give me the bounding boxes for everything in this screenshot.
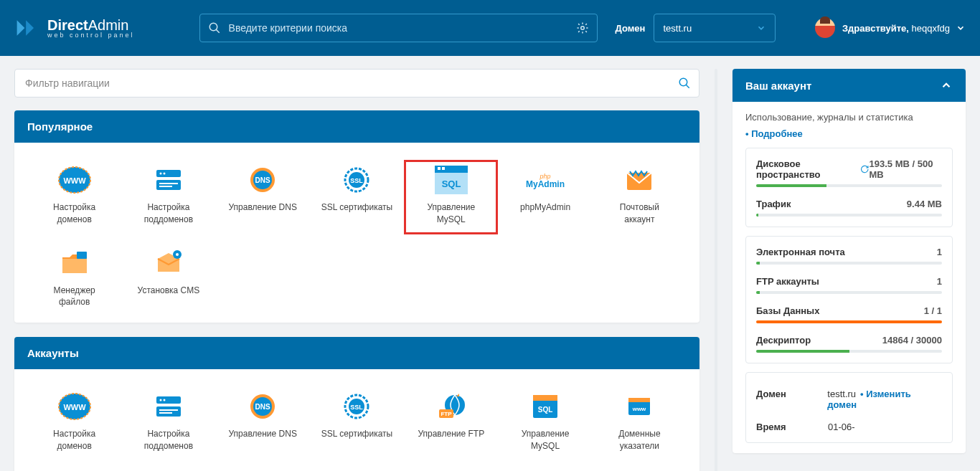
search-wrap: [199, 14, 598, 42]
tile-label: Управление FTP: [407, 428, 495, 440]
svg-text:www: www: [632, 406, 646, 412]
dns-icon: DNS: [219, 392, 307, 421]
tile-sql2[interactable]: SQLУправлениеMySQL: [498, 386, 592, 461]
info-box: Доменtestt.ru• Изменить домен Время01-06…: [745, 372, 953, 443]
svg-text:SQL: SQL: [538, 406, 553, 414]
tile-cms[interactable]: Установка CMS: [121, 243, 215, 318]
tile-label: phpMyAdmin: [501, 201, 589, 214]
brand-sub: web control panel: [47, 32, 135, 39]
greeting-bold: Здравствуйте,: [842, 23, 909, 34]
search-icon: [678, 77, 691, 90]
filter-wrap: [14, 69, 699, 97]
domain-label: Домен: [616, 23, 646, 34]
svg-rect-54: [628, 398, 650, 402]
sql-icon: SQL: [407, 166, 495, 194]
ftp-icon: FTP: [407, 392, 495, 421]
tile-label: Управление DNS: [219, 201, 307, 214]
svg-text:SSL: SSL: [351, 404, 364, 411]
tile-label: УправлениеMySQL: [407, 201, 495, 226]
tile-sub[interactable]: Настройкаподдоменов: [121, 386, 215, 461]
more-link[interactable]: • Подробнее: [745, 128, 803, 139]
usage-box-2: Электронная почта1 FTP аккаунты1 Базы Да…: [745, 236, 953, 363]
tile-label: Настройкадоменов: [30, 201, 118, 226]
tile-pma[interactable]: phpMyAdminphpMyAdmin: [498, 160, 592, 234]
tile-label: УправлениеMySQL: [501, 428, 589, 452]
account-title: Ваш аккаунт: [745, 80, 811, 92]
files-icon: [30, 249, 118, 277]
domain-select[interactable]: testt.ru: [654, 14, 776, 42]
tile-www[interactable]: WWWНастройкадоменов: [27, 160, 121, 234]
account-head[interactable]: Ваш аккаунт: [732, 69, 966, 102]
tile-ptr[interactable]: wwwДоменныеуказатели: [593, 386, 687, 461]
logo-icon: [14, 15, 40, 41]
www-icon: WWW: [30, 166, 118, 194]
usage-traffic: Трафик9.44 MB: [756, 199, 942, 217]
svg-rect-28: [62, 259, 87, 273]
svg-rect-51: [533, 395, 557, 401]
tile-files[interactable]: Менеджерфайлов: [27, 243, 121, 318]
svg-text:DNS: DNS: [255, 403, 270, 411]
svg-text:SQL: SQL: [441, 179, 461, 189]
pma-icon: phpMyAdmin: [501, 166, 589, 194]
gear-icon[interactable]: [576, 22, 589, 34]
tile-ssl[interactable]: SSLSSL сертификаты: [310, 160, 404, 234]
header: DirectAdmin web control panel Домен test…: [0, 0, 980, 56]
sub-icon: [124, 166, 212, 194]
svg-point-10: [159, 173, 161, 175]
tile-label: Менеджерфайлов: [30, 285, 118, 309]
scrollbar[interactable]: [715, 69, 717, 471]
account-panel: Ваш аккаунт Использование, журналы и ста…: [732, 69, 966, 453]
chevron-down-icon: [956, 23, 966, 33]
tile-label: Настройкадоменов: [30, 428, 118, 452]
tile-sql[interactable]: SQLУправлениеMySQL: [404, 160, 498, 234]
tile-label: Настройкаподдоменов: [124, 428, 212, 452]
svg-rect-12: [159, 183, 178, 184]
svg-rect-39: [159, 409, 178, 411]
brand-thin: Admin: [88, 17, 129, 33]
search-input[interactable]: [199, 14, 598, 42]
panel-popular: Популярное WWWНастройкадоменовНастройкап…: [14, 110, 699, 323]
svg-point-11: [163, 173, 165, 175]
panel-head-accounts: Аккаунты: [14, 337, 699, 369]
svg-point-31: [176, 253, 179, 256]
filter-input[interactable]: [14, 69, 699, 97]
user-wrap[interactable]: Здравствуйте, heqqxfdg: [815, 18, 966, 38]
ptr-icon: www: [595, 392, 684, 421]
refresh-icon[interactable]: [860, 164, 870, 174]
panel-accounts: Аккаунты WWWНастройкадоменовНастройкапод…: [14, 337, 699, 471]
tile-mail[interactable]: Почтовыйаккаунт: [593, 160, 687, 234]
svg-rect-9: [156, 180, 181, 190]
search-icon: [208, 22, 221, 34]
svg-text:MyAdmin: MyAdmin: [526, 179, 565, 189]
svg-text:WWW: WWW: [63, 176, 86, 185]
tile-ftp[interactable]: FTPУправление FTP: [404, 386, 498, 461]
svg-text:SSL: SSL: [351, 177, 364, 184]
logo[interactable]: DirectAdmin web control panel: [14, 15, 135, 41]
tile-label: Доменныеуказатели: [595, 428, 684, 452]
chevron-down-icon: [756, 23, 766, 33]
domain-value: testt.ru: [663, 23, 692, 34]
dns-icon: DNS: [219, 166, 307, 194]
tile-ssl[interactable]: SSLSSL сертификаты: [310, 386, 404, 461]
svg-rect-36: [156, 406, 181, 417]
svg-rect-23: [442, 167, 445, 170]
svg-rect-40: [159, 412, 172, 414]
svg-point-37: [159, 399, 161, 401]
tile-label: Почтовыйаккаунт: [595, 201, 684, 226]
tile-dns[interactable]: DNSУправление DNS: [216, 160, 310, 234]
sub-icon: [124, 392, 212, 421]
tile-sub[interactable]: Настройкаподдоменов: [121, 160, 215, 234]
svg-text:WWW: WWW: [63, 403, 86, 411]
svg-line-1: [216, 29, 220, 33]
svg-point-2: [580, 27, 584, 30]
ssl-icon: SSL: [313, 166, 401, 194]
usage-box-1: Дисковое пространство 193.5 MB / 500 MB …: [745, 148, 953, 227]
tile-dns[interactable]: DNSУправление DNS: [216, 386, 310, 461]
www-icon: WWW: [30, 392, 118, 421]
cms-icon: [124, 249, 212, 277]
svg-rect-29: [77, 252, 87, 259]
svg-point-3: [679, 78, 687, 86]
tile-www[interactable]: WWWНастройкадоменов: [27, 386, 121, 461]
tile-label: SSL сертификаты: [313, 201, 401, 214]
tile-label: Установка CMS: [124, 285, 212, 297]
